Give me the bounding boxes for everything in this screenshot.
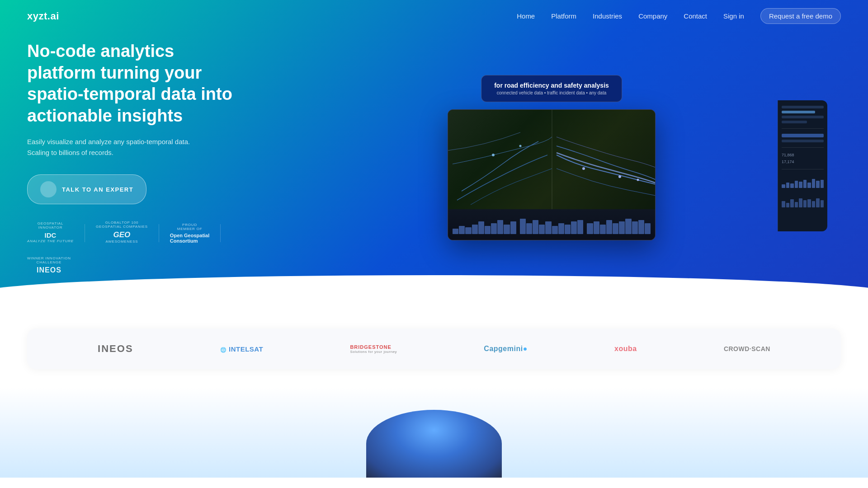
panel-item	[782, 121, 807, 123]
nav-industries-link[interactable]: Industries	[593, 12, 622, 20]
badge-idc-sub: Analyze the Future	[27, 239, 74, 243]
mini-chart	[782, 174, 824, 188]
svg-point-2	[519, 145, 522, 147]
badge-divider-2	[159, 224, 159, 242]
badge-ineos: WINNER INNOVATIONCHALLENGE INEOS	[27, 256, 71, 274]
panel-divider	[782, 128, 824, 129]
hero-title: No-code analytics platform turning your …	[27, 41, 244, 127]
hero-bubble: for road efficiency and safety analysis …	[481, 75, 622, 102]
badge-geo-sub: awesomeness	[105, 239, 138, 244]
badge-geo-label: GLOBALTOP 100GEOSPATIAL COMPANIES	[96, 221, 148, 229]
badge-ogc: PROUDMEMBER OF Open GeospatialConsortium	[170, 223, 209, 244]
clients-card: INEOS 🌐 INTELSAT BRIDGESTONE Solutions f…	[27, 328, 841, 369]
btn-circle-icon	[40, 181, 57, 197]
panel-stat: 17,174	[782, 160, 824, 164]
panel-item	[782, 106, 824, 108]
badge-ogc-label: PROUDMEMBER OF	[177, 223, 203, 231]
nav-home-link[interactable]: Home	[517, 12, 535, 20]
navigation: xyzt.ai Home Platform Industries Company…	[0, 0, 868, 32]
panel-divider	[782, 147, 824, 148]
globe-preview	[366, 410, 502, 478]
svg-point-4	[618, 175, 621, 178]
panel-divider	[782, 169, 824, 169]
panel-item	[782, 134, 824, 137]
nav-demo-button[interactable]: Request a free demo	[760, 8, 841, 24]
talk-to-expert-button[interactable]: TALK TO AN EXPERT	[27, 174, 146, 204]
mini-chart-2	[782, 194, 824, 207]
logo[interactable]: xyzt.ai	[27, 10, 59, 22]
badge-idc-logo: IDC	[45, 231, 57, 239]
client-ineos: INEOS	[98, 343, 133, 355]
client-bridgestone: BRIDGESTONE Solutions for your journey	[350, 344, 397, 354]
badge-divider-1	[85, 224, 85, 242]
client-xouba: xouba	[614, 345, 637, 353]
badge-row: GEOSPATIALINNOVATOR IDC Analyze the Futu…	[27, 221, 262, 274]
nav-company-link[interactable]: Company	[638, 12, 667, 20]
svg-point-1	[492, 154, 495, 156]
hero-subtitle: Easily visualize and analyze any spatio-…	[27, 136, 208, 158]
badge-idc-label: GEOSPATIALINNOVATOR	[38, 221, 64, 230]
bottom-section	[0, 387, 868, 478]
hero-section: No-code analytics platform turning your …	[0, 0, 868, 310]
panel-item	[782, 116, 824, 118]
panel-item	[782, 140, 824, 142]
badge-geo-logo: GEO	[113, 230, 131, 239]
nav-signin-link[interactable]: Sign in	[723, 12, 744, 20]
cta-label: TALK TO AN EXPERT	[62, 186, 133, 193]
client-capgemini: Capgemini●	[484, 345, 527, 353]
badge-ineos-logo: INEOS	[37, 266, 61, 274]
client-crowdscan: CROWD·SCAN	[724, 345, 770, 352]
nav-links: Home Platform Industries Company Contact…	[517, 8, 841, 24]
clients-section: INEOS 🌐 INTELSAT BRIDGESTONE Solutions f…	[0, 310, 868, 387]
map-bg	[448, 110, 655, 209]
panel-item	[782, 111, 815, 113]
map-bottom-charts	[448, 209, 655, 240]
nav-platform-link[interactable]: Platform	[551, 12, 576, 20]
panel-stat: 71,868	[782, 153, 824, 157]
client-intelsat: 🌐 INTELSAT	[220, 345, 263, 353]
map-visualization	[448, 109, 656, 240]
bubble-main: for road efficiency and safety analysis	[494, 82, 609, 89]
road-network-svg	[448, 110, 655, 209]
svg-point-3	[582, 167, 585, 170]
badge-idc: GEOSPATIALINNOVATOR IDC Analyze the Futu…	[27, 221, 74, 245]
badge-ogc-logo: Open GeospatialConsortium	[170, 233, 209, 244]
hero-left: No-code analytics platform turning your …	[27, 41, 262, 274]
badge-ineos-label: WINNER INNOVATIONCHALLENGE	[27, 256, 71, 264]
hero-right: for road efficiency and safety analysis …	[262, 75, 841, 240]
bubble-sub: connected vehicle data • traffic inciden…	[494, 90, 609, 95]
side-panel: 71,868 17,174	[778, 100, 827, 231]
nav-contact-link[interactable]: Contact	[684, 12, 707, 20]
badge-divider-3	[220, 224, 221, 242]
svg-point-5	[637, 178, 639, 181]
badge-geo: GLOBALTOP 100GEOSPATIAL COMPANIES GEO aw…	[96, 221, 148, 245]
